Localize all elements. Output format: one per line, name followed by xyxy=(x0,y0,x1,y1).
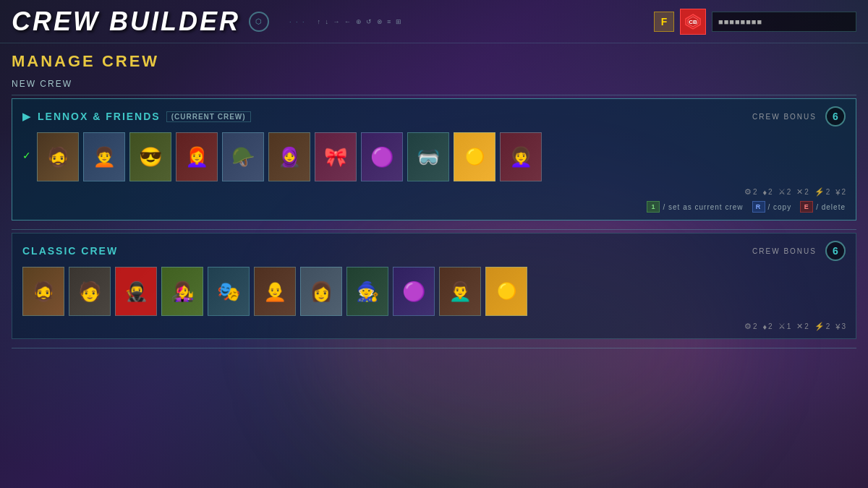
member-card[interactable]: 🧔 xyxy=(37,132,79,181)
page-title: MANAGE CREW xyxy=(12,52,856,71)
crew-lennox-right: CREW BONUS 6 xyxy=(752,106,846,127)
new-crew-button[interactable]: NEW CREW xyxy=(12,79,72,89)
member-portrait: 🧙 xyxy=(347,267,388,315)
app-title: CREW BUILDER xyxy=(12,7,240,37)
crew-lennox-stats: ⚙2 ♦2 ⚔2 ✕2 ⚡2 ¥2 xyxy=(744,187,846,197)
member-portrait: 🟣 xyxy=(362,133,402,181)
member-portrait: 🥽 xyxy=(408,133,448,181)
member-card[interactable]: 🥷 xyxy=(115,267,157,316)
key-e: E xyxy=(800,201,813,213)
member-portrait: 🥷 xyxy=(116,267,156,315)
top-divider xyxy=(12,95,856,95)
member-portrait: 🟡 xyxy=(454,133,495,181)
member-portrait: 🧕 xyxy=(269,133,310,181)
player-bar: ■■■■■■■■ xyxy=(712,12,856,32)
crew-classic-name: CLASSIC CREW xyxy=(22,245,118,257)
member-portrait: 🟣 xyxy=(393,267,434,315)
member-portrait: 🧔 xyxy=(38,133,78,181)
member-card[interactable]: 🟡 xyxy=(454,132,495,181)
crew-classic-header: CLASSIC CREW CREW BONUS 6 xyxy=(22,241,846,261)
crew-classic-stats: ⚙2 ♦2 ⚔1 ✕2 ⚡2 ¥3 xyxy=(744,322,846,331)
crew-section-classic[interactable]: CLASSIC CREW CREW BONUS 6 🧔 🧑 🥷 xyxy=(12,233,856,339)
crew-lennox-name: ▶ LENNOX & FRIENDS (CURRENT CREW) xyxy=(22,111,251,122)
main-content: MANAGE CREW NEW CREW ▶ LENNOX & FRIENDS … xyxy=(0,43,868,360)
stat-c1: ⚙2 xyxy=(744,322,757,331)
member-portrait: 👩 xyxy=(301,267,341,315)
member-portrait: 👩‍🦱 xyxy=(501,133,541,181)
member-portrait: 👩‍🎤 xyxy=(162,267,203,315)
crew-lennox-actions: 1 / set as current crew R / copy E / del… xyxy=(22,201,846,213)
crew-svg-icon: CB xyxy=(684,13,702,30)
stat-c6: ¥3 xyxy=(835,322,846,331)
stat-c2: ♦2 xyxy=(762,322,772,331)
stat-c3: ⚔1 xyxy=(778,322,791,331)
member-portrait: 🧑‍🦲 xyxy=(255,267,295,315)
member-portrait: 🪖 xyxy=(223,133,263,181)
stat-6: ¥2 xyxy=(835,188,846,197)
member-portrait: 🎀 xyxy=(315,133,356,181)
member-card[interactable]: 🟡 xyxy=(485,267,527,316)
member-portrait: 🟡 xyxy=(486,267,527,315)
member-card[interactable]: 🧑‍🦱 xyxy=(83,132,125,181)
crew-arrow-icon: ▶ xyxy=(22,111,32,122)
member-card[interactable]: 🧙 xyxy=(346,267,388,316)
crew-bonus-num-1: 6 xyxy=(825,106,846,127)
member-portrait: 🎭 xyxy=(208,267,249,315)
stat-2: ♦2 xyxy=(762,188,772,197)
member-card[interactable]: 👩‍🦰 xyxy=(176,132,218,181)
mid-divider xyxy=(12,229,856,230)
stat-4: ✕2 xyxy=(796,187,809,197)
nav-item-1[interactable]: ↑ ↓ → ← ⊕ ↺ ⊗ ≡ ⊞ xyxy=(318,18,403,25)
set-current-btn[interactable]: 1 / set as current crew xyxy=(647,201,743,213)
svg-text:CB: CB xyxy=(689,19,697,25)
member-card[interactable]: 👨‍🦱 xyxy=(439,267,481,316)
member-card[interactable]: 🎀 xyxy=(315,132,357,181)
member-card[interactable]: 👩‍🦱 xyxy=(500,132,542,181)
key-1: 1 xyxy=(647,201,660,213)
member-card[interactable]: 🟣 xyxy=(361,132,403,181)
member-card[interactable]: 👩 xyxy=(300,267,342,316)
crew-lennox-header: ▶ LENNOX & FRIENDS (CURRENT CREW) CREW B… xyxy=(22,106,846,127)
stat-c5: ⚡2 xyxy=(814,322,830,331)
current-crew-badge: (CURRENT CREW) xyxy=(166,111,251,122)
bottom-divider xyxy=(12,348,856,348)
member-card[interactable]: 🥽 xyxy=(407,132,449,181)
crew-classic-right: CREW BONUS 6 xyxy=(752,241,846,261)
crew-section-lennox[interactable]: ▶ LENNOX & FRIENDS (CURRENT CREW) CREW B… xyxy=(12,98,856,221)
nav-dot-1: · · · xyxy=(289,18,306,25)
member-portrait: 😎 xyxy=(130,133,171,181)
member-card[interactable]: 🧑 xyxy=(69,267,111,316)
crew-bonus-label-2: CREW BONUS xyxy=(752,247,817,255)
crew-bonus-num-2: 6 xyxy=(825,241,846,261)
crew-bonus-label-1: CREW BONUS xyxy=(752,113,817,121)
key-r: R xyxy=(752,201,765,213)
crew-lennox-members: 🧔 🧑‍🦱 😎 👩‍🦰 🪖 🧕 xyxy=(37,132,542,181)
member-portrait: 🧑 xyxy=(69,267,110,315)
member-card[interactable]: 👩‍🎤 xyxy=(161,267,203,316)
stat-c4: ✕2 xyxy=(796,322,809,331)
member-card[interactable]: 🧔 xyxy=(22,267,64,316)
header: CREW BUILDER ⬡ · · · ↑ ↓ → ← ⊕ ↺ ⊗ ≡ ⊞ F… xyxy=(0,0,868,43)
player-name: ■■■■■■■■ xyxy=(718,17,762,26)
member-portrait: 👨‍🦱 xyxy=(440,267,480,315)
crew-classic-members: 🧔 🧑 🥷 👩‍🎤 🎭 🧑‍🦲 👩 xyxy=(22,267,846,316)
delete-btn[interactable]: E / delete xyxy=(800,201,846,213)
header-right: F CB ■■■■■■■■ xyxy=(654,9,856,35)
crew-icon[interactable]: CB xyxy=(680,9,706,35)
f-key-btn[interactable]: F xyxy=(654,12,674,32)
title-area: CREW BUILDER ⬡ · · · ↑ ↓ → ← ⊕ ↺ ⊗ ≡ ⊞ xyxy=(12,7,403,37)
header-nav: · · · ↑ ↓ → ← ⊕ ↺ ⊗ ≡ ⊞ xyxy=(289,18,403,25)
member-card[interactable]: 🪖 xyxy=(222,132,264,181)
member-card[interactable]: 🧑‍🦲 xyxy=(254,267,296,316)
selected-indicator: ✓ xyxy=(22,150,31,161)
member-card[interactable]: 😎 xyxy=(129,132,171,181)
copy-btn[interactable]: R / copy xyxy=(752,201,792,213)
member-portrait: 🧔 xyxy=(23,267,64,315)
stat-5: ⚡2 xyxy=(814,187,830,197)
member-card[interactable]: 🟣 xyxy=(393,267,435,316)
member-card[interactable]: 🧕 xyxy=(268,132,310,181)
member-card[interactable]: 🎭 xyxy=(208,267,250,316)
stat-3: ⚔2 xyxy=(778,187,791,197)
member-portrait: 👩‍🦰 xyxy=(176,133,217,181)
title-icon: ⬡ xyxy=(249,12,269,32)
